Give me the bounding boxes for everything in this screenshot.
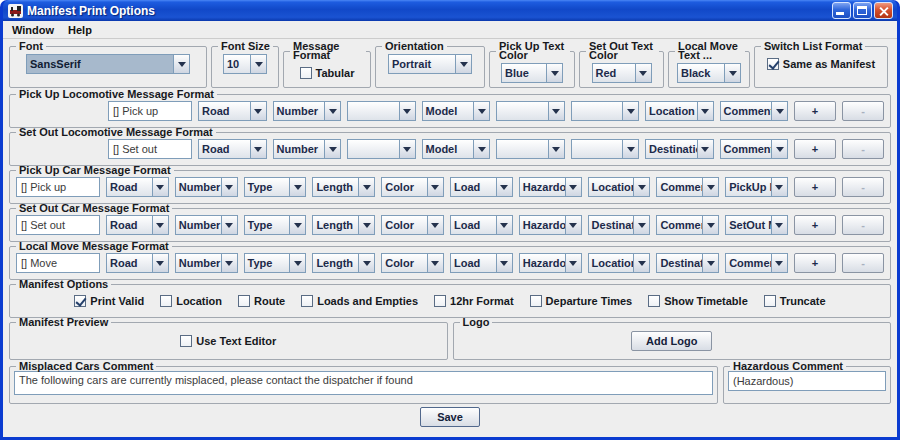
combo-dropdown-button[interactable] xyxy=(724,64,740,82)
combo-dropdown-button[interactable] xyxy=(221,254,237,272)
combo-dropdown-button[interactable] xyxy=(455,55,471,73)
combo-dropdown-button[interactable] xyxy=(771,254,787,272)
combo-dropdown-button[interactable] xyxy=(633,254,649,272)
number-combo[interactable]: Number xyxy=(175,177,238,197)
use-text-editor-checkbox[interactable]: Use Text Editor xyxy=(180,335,276,347)
combo-dropdown-button[interactable] xyxy=(250,140,266,158)
combo-dropdown-button[interactable] xyxy=(771,102,787,120)
load-combo[interactable]: Load xyxy=(450,215,513,235)
color-combo[interactable]: Color xyxy=(381,177,444,197)
combo-dropdown-button[interactable] xyxy=(358,216,374,234)
destination-combo[interactable]: Destination xyxy=(645,139,714,159)
combo-dropdown-button[interactable] xyxy=(622,140,638,158)
hazardous-combo[interactable]: Hazardous xyxy=(519,253,582,273)
prefix-text-field[interactable]: [] Set out xyxy=(108,139,192,159)
length-combo[interactable]: Length xyxy=(312,253,375,273)
color-combo[interactable]: Color xyxy=(381,253,444,273)
combo-dropdown-button[interactable] xyxy=(250,55,266,73)
add-field-button[interactable]: + xyxy=(794,101,836,121)
tabular-checkbox[interactable]: Tabular xyxy=(300,67,355,79)
remove-field-button[interactable]: - xyxy=(842,101,884,121)
misplaced-cars-field[interactable]: The following cars are currently misplac… xyxy=(14,371,713,395)
comment-combo[interactable]: Comment xyxy=(656,215,719,235)
road-combo[interactable]: Road xyxy=(106,177,169,197)
show-timetable-checkbox[interactable]: Show Timetable xyxy=(648,295,748,307)
combo-dropdown-button[interactable] xyxy=(289,216,305,234)
add-field-button[interactable]: + xyxy=(794,215,836,235)
combo-dropdown-button[interactable] xyxy=(399,140,415,158)
model-combo[interactable]: Model xyxy=(422,101,491,121)
combo-dropdown-button[interactable] xyxy=(250,102,266,120)
load-combo[interactable]: Load xyxy=(450,177,513,197)
combo-dropdown-button[interactable] xyxy=(633,178,649,196)
combo-dropdown-button[interactable] xyxy=(702,216,718,234)
type-combo[interactable]: Type xyxy=(244,253,307,273)
save-button[interactable]: Save xyxy=(420,407,480,427)
close-icon[interactable] xyxy=(874,2,893,19)
combo-dropdown-button[interactable] xyxy=(702,178,718,196)
length-combo[interactable]: Length xyxy=(312,215,375,235)
route-checkbox[interactable]: Route xyxy=(238,295,285,307)
menu-help[interactable]: Help xyxy=(62,23,98,37)
location-combo[interactable]: Location xyxy=(588,177,651,197)
combo-dropdown-button[interactable] xyxy=(324,102,340,120)
combo-dropdown-button[interactable] xyxy=(702,254,718,272)
hazardous-combo[interactable]: Hazardous xyxy=(519,177,582,197)
combo-dropdown-button[interactable] xyxy=(633,216,649,234)
combo-dropdown-button[interactable] xyxy=(496,216,512,234)
combo-dropdown-button[interactable] xyxy=(496,178,512,196)
add-field-button[interactable]: + xyxy=(794,253,836,273)
combo-dropdown-button[interactable] xyxy=(622,102,638,120)
comment-combo[interactable]: Comment xyxy=(720,101,789,121)
prefix-text-field[interactable]: [] Pick up xyxy=(108,101,192,121)
combo-dropdown-button[interactable] xyxy=(697,102,713,120)
road-combo[interactable]: Road xyxy=(106,215,169,235)
hazardous-combo[interactable]: Hazardous xyxy=(519,215,582,235)
combo-dropdown-button[interactable] xyxy=(473,140,489,158)
combo-dropdown-button[interactable] xyxy=(289,178,305,196)
location-combo[interactable]: Location xyxy=(588,253,651,273)
pickup-msg-combo[interactable]: PickUp Msg xyxy=(725,177,788,197)
number-combo[interactable]: Number xyxy=(175,215,238,235)
pick-up-text-color-combo[interactable]: Blue xyxy=(501,63,563,83)
combo-dropdown-button[interactable] xyxy=(771,140,787,158)
location-checkbox[interactable]: Location xyxy=(160,295,222,307)
title-bar[interactable]: Manifest Print Options xyxy=(3,0,897,21)
combo-dropdown-button[interactable] xyxy=(289,254,305,272)
combo-dropdown-button[interactable] xyxy=(221,216,237,234)
12hr-format-checkbox[interactable]: 12hr Format xyxy=(434,295,514,307)
combo-dropdown-button[interactable] xyxy=(173,55,189,73)
set-out-text-color-combo[interactable]: Red xyxy=(592,63,652,83)
combo-dropdown-button[interactable] xyxy=(358,178,374,196)
type-combo[interactable]: Type xyxy=(244,177,307,197)
road-combo[interactable]: Road xyxy=(198,139,267,159)
combo-dropdown-button[interactable] xyxy=(635,64,651,82)
font-combo[interactable]: SansSerif xyxy=(26,54,190,74)
number-combo[interactable]: Number xyxy=(273,101,342,121)
minimize-icon[interactable] xyxy=(832,2,851,19)
combo-dropdown-button[interactable] xyxy=(473,102,489,120)
destination-combo[interactable]: Destination xyxy=(588,215,651,235)
print-valid-checkbox[interactable]: Print Valid xyxy=(74,295,144,307)
combo-dropdown-button[interactable] xyxy=(771,178,787,196)
truncate-checkbox[interactable]: Truncate xyxy=(764,295,826,307)
combo-dropdown-button[interactable] xyxy=(565,178,581,196)
remove-field-button[interactable]: - xyxy=(842,139,884,159)
road-combo[interactable]: Road xyxy=(198,101,267,121)
combo-dropdown-button[interactable] xyxy=(565,254,581,272)
comment-combo[interactable]: Comment xyxy=(725,253,788,273)
remove-field-button[interactable]: - xyxy=(842,253,884,273)
number-combo[interactable]: Number xyxy=(175,253,238,273)
empty-combo[interactable] xyxy=(496,101,565,121)
add-logo-button[interactable]: Add Logo xyxy=(631,331,712,351)
setout-msg-combo[interactable]: SetOut Msg xyxy=(725,215,788,235)
type-combo[interactable]: Type xyxy=(244,215,307,235)
remove-field-button[interactable]: - xyxy=(842,215,884,235)
empty-combo[interactable] xyxy=(347,101,416,121)
maximize-icon[interactable] xyxy=(853,2,872,19)
destination-combo[interactable]: Destination xyxy=(656,253,719,273)
combo-dropdown-button[interactable] xyxy=(358,254,374,272)
combo-dropdown-button[interactable] xyxy=(221,178,237,196)
remove-field-button[interactable]: - xyxy=(842,177,884,197)
prefix-text-field[interactable]: [] Pick up xyxy=(16,177,100,197)
